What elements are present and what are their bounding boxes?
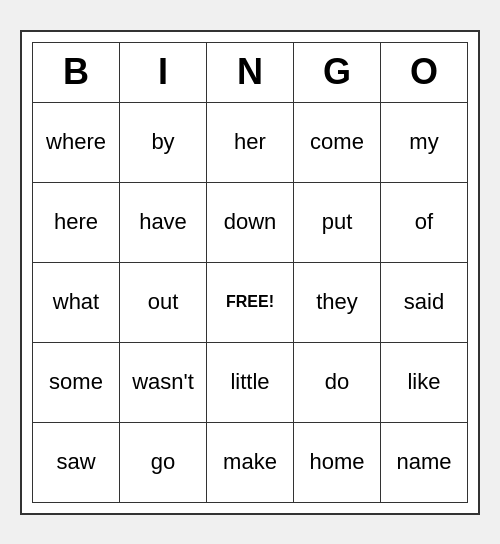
table-cell: home [294,422,381,502]
table-cell: have [120,182,207,262]
table-cell: my [381,102,468,182]
table-cell: do [294,342,381,422]
table-cell: some [33,342,120,422]
table-row: wherebyhercomemy [33,102,468,182]
table-cell: down [207,182,294,262]
table-cell: here [33,182,120,262]
bingo-card: B I N G O wherebyhercomemyherehavedownpu… [20,30,480,515]
table-cell: come [294,102,381,182]
table-cell: said [381,262,468,342]
header-i: I [120,42,207,102]
table-cell: out [120,262,207,342]
table-cell: wasn't [120,342,207,422]
table-cell: what [33,262,120,342]
table-cell: FREE! [207,262,294,342]
table-cell: put [294,182,381,262]
table-cell: where [33,102,120,182]
header-g: G [294,42,381,102]
bingo-body: wherebyhercomemyherehavedownputofwhatout… [33,102,468,502]
table-cell: little [207,342,294,422]
bingo-table: B I N G O wherebyhercomemyherehavedownpu… [32,42,468,503]
header-b: B [33,42,120,102]
table-cell: saw [33,422,120,502]
table-cell: by [120,102,207,182]
table-cell: like [381,342,468,422]
table-cell: go [120,422,207,502]
table-cell: make [207,422,294,502]
header-o: O [381,42,468,102]
table-cell: they [294,262,381,342]
table-row: somewasn'tlittledolike [33,342,468,422]
table-cell: name [381,422,468,502]
header-n: N [207,42,294,102]
table-row: whatoutFREE!theysaid [33,262,468,342]
table-row: herehavedownputof [33,182,468,262]
header-row: B I N G O [33,42,468,102]
table-cell: her [207,102,294,182]
table-row: sawgomakehomename [33,422,468,502]
table-cell: of [381,182,468,262]
